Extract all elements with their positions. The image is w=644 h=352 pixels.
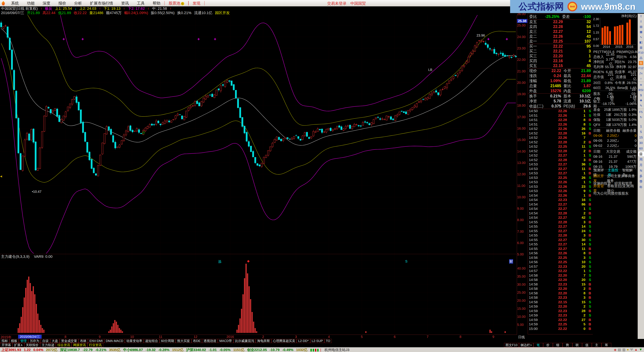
f10-icon[interactable]: F10 bbox=[638, 50, 644, 55]
mini-tab[interactable]: 细 bbox=[553, 343, 562, 347]
mini-tab[interactable]: 筹 bbox=[602, 343, 611, 347]
side-tab[interactable]: 图文F10 bbox=[504, 343, 519, 347]
indicator-tab[interactable]: 另存为 bbox=[28, 339, 41, 343]
function-tab[interactable]: 扩展∧ bbox=[12, 343, 24, 347]
tick-row[interactable]: 14:5522.27 24 S bbox=[528, 229, 592, 233]
index-quote[interactable]: -0.05% bbox=[219, 348, 230, 352]
side-tab[interactable]: 侧边栏> bbox=[519, 343, 534, 347]
period-button[interactable]: 30 bbox=[638, 140, 644, 146]
menu-item-stock-pool[interactable]: 股票池C bbox=[164, 1, 188, 5]
indicator-tab[interactable]: 动量变动率 bbox=[125, 339, 144, 343]
refresh-icon[interactable]: ↻ bbox=[638, 115, 644, 120]
report-icon[interactable]: ▤ bbox=[638, 24, 644, 29]
structure-icon[interactable]: 品 bbox=[638, 55, 644, 60]
index-quote[interactable]: 沪深3340.02 bbox=[186, 348, 206, 352]
candlestick-chart[interactable] bbox=[0, 15, 517, 253]
indicator-tab[interactable]: 指标 bbox=[0, 339, 10, 343]
circle-icon[interactable]: ○ bbox=[638, 76, 644, 81]
server-name[interactable]: 杭州电信主站J3 bbox=[324, 348, 349, 352]
tick-row[interactable]: 14:5122.26 8 S bbox=[528, 122, 592, 127]
index-quote[interactable]: 中小6986.07 bbox=[123, 348, 143, 352]
menu-item[interactable]: 系统 bbox=[7, 1, 23, 5]
tick-row[interactable]: 14:5522.28 3 B bbox=[528, 233, 592, 238]
tick-row[interactable]: 14:5122.28 8 B bbox=[528, 118, 592, 122]
tick-row[interactable]: 14:5322.26 1 S bbox=[528, 180, 592, 184]
tick-row[interactable]: 15:0022.22 0 B bbox=[528, 327, 592, 331]
index-quote[interactable]: 创业2212.05 bbox=[247, 348, 267, 352]
tick-row[interactable]: 14:5522.27 14 S bbox=[528, 224, 592, 229]
ask-row[interactable]: 卖五 22.29 32 bbox=[528, 19, 592, 24]
index-quote[interactable]: 2072亿 bbox=[46, 348, 58, 352]
index-quote[interactable]: -0.49% bbox=[282, 348, 294, 352]
indicator-tab[interactable]: 管理 bbox=[19, 339, 28, 343]
index-quote[interactable]: 1512亿 bbox=[172, 348, 184, 352]
menu-item[interactable]: 帮助 bbox=[149, 1, 164, 5]
tick-row[interactable]: 14:5822.20 8 B bbox=[528, 291, 592, 296]
indicator-tab[interactable]: 比尔威廉混沌 bbox=[234, 339, 256, 343]
tick-row[interactable]: 14:5822.23 3 B bbox=[528, 295, 592, 300]
indicator-tab[interactable]: DMA-MACD bbox=[104, 339, 125, 343]
tick-row[interactable]: 14:5222.26 7 bbox=[528, 135, 592, 140]
tick-row[interactable]: 14:5722.23 20 S bbox=[528, 264, 592, 269]
indicator-panel[interactable] bbox=[0, 254, 517, 335]
indicator-tab[interactable]: 超短组合 bbox=[144, 339, 160, 343]
tick-row[interactable]: 14:5422.26 1 B bbox=[528, 193, 592, 198]
period-button[interactable]: 季 bbox=[638, 179, 644, 184]
tick-row[interactable]: 14:5622.25 10 S bbox=[528, 260, 592, 264]
index-quote[interactable]: 3535亿 bbox=[109, 348, 120, 352]
mini-tab[interactable]: 价 bbox=[543, 343, 553, 347]
function-tab[interactable]: 主力轨迹 bbox=[40, 343, 56, 347]
function-tab[interactable]: 综合资讯 bbox=[56, 343, 72, 347]
menu-item[interactable]: 功能 bbox=[23, 1, 38, 5]
tick-row[interactable]: 14:5322.25 26 S bbox=[528, 175, 592, 180]
tick-row[interactable]: 14:5322.27 1 B bbox=[528, 171, 592, 175]
trend-icon[interactable]: ∿ bbox=[638, 34, 644, 40]
doc-icon[interactable]: ▤ bbox=[618, 348, 621, 352]
indicator-tab[interactable]: 心理腾落超买卖 bbox=[271, 339, 297, 343]
period-button[interactable]: 月 bbox=[638, 162, 644, 168]
indicator-tab[interactable]: 60分周期 bbox=[160, 339, 176, 343]
tick-row[interactable]: 14:5022.26 1 S bbox=[528, 109, 592, 113]
tick-row[interactable]: 14:5822.15 15 S bbox=[528, 300, 592, 304]
period-button[interactable]: 5 bbox=[638, 129, 644, 135]
index-quote[interactable]: 0.04% bbox=[34, 348, 44, 352]
indicator-tab[interactable]: 资金成交量 bbox=[60, 339, 78, 343]
margin-row[interactable]: 09-022.22亿↓ 0 bbox=[592, 143, 638, 148]
indicator-tab[interactable]: 布DE bbox=[192, 339, 202, 343]
tick-row[interactable]: 14:5522.28 3 B bbox=[528, 220, 592, 224]
tick-row[interactable]: 14:5422.23 16 S bbox=[528, 198, 592, 202]
period-button[interactable]: N bbox=[638, 168, 644, 173]
tick-row[interactable]: 14:5222.28 3 B bbox=[528, 158, 592, 162]
mini-tab[interactable]: 联 bbox=[572, 343, 582, 347]
menu-item-discover[interactable]: 发现 bbox=[188, 1, 204, 5]
tick-row[interactable]: 14:5522.27 30 S bbox=[528, 238, 592, 242]
index-quote[interactable]: 上证3091.93 bbox=[1, 348, 21, 352]
indicator-tab[interactable]: MACD带 bbox=[218, 339, 234, 343]
tick-row[interactable]: 14:5522.27 11 B bbox=[528, 247, 592, 251]
index-quote[interactable]: -10.79 bbox=[270, 348, 280, 352]
margin-row[interactable]: 09-062.25亿↑ 0 bbox=[592, 133, 638, 138]
f5-icon[interactable]: F5 bbox=[638, 109, 644, 115]
tick-row[interactable]: 14:5922.20 2 S bbox=[528, 304, 592, 309]
function-tab[interactable]: 行业资讯 bbox=[88, 343, 103, 347]
indicator-tab[interactable]: 大盘 bbox=[50, 339, 60, 343]
rsi-icon[interactable]: RSI bbox=[638, 87, 644, 93]
tick-row[interactable]: 14:5222.28 2 B bbox=[528, 140, 592, 144]
period-button[interactable]: 多 bbox=[638, 173, 644, 179]
move-icon[interactable]: ✚ bbox=[638, 98, 644, 103]
bid-row[interactable]: 买三 22.20 1 bbox=[528, 54, 592, 58]
menu-item[interactable]: 资讯 bbox=[117, 1, 133, 5]
period-button[interactable]: 1 bbox=[638, 123, 644, 129]
top-banner[interactable]: 公式指标网 9m8 www.9m8.cn bbox=[510, 0, 644, 13]
tick-row[interactable]: 14:5922.23 28 B bbox=[528, 309, 592, 313]
indicator-tab[interactable]: 布林 bbox=[78, 339, 88, 343]
tick-row[interactable]: 14:5422.27 1 S bbox=[528, 207, 592, 211]
tick-row[interactable]: 14:5922.23 2 S bbox=[528, 313, 592, 318]
ask-row[interactable]: 卖四 22.28 54 bbox=[528, 24, 592, 29]
indicator-tab[interactable]: L2-SUP bbox=[310, 339, 324, 343]
scroll-down-icon[interactable]: ⇩ bbox=[638, 19, 644, 24]
index-quote[interactable]: -0.28% bbox=[158, 348, 170, 352]
index-quote[interactable]: -19.32 bbox=[146, 348, 156, 352]
tick-row[interactable]: 14:5322.26 9 S bbox=[528, 189, 592, 193]
mini-tab[interactable]: 值 bbox=[582, 343, 592, 347]
